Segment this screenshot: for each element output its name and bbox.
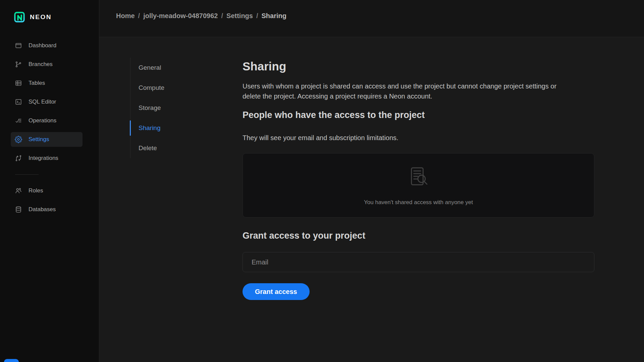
sidebar-item-label: Tables — [29, 80, 45, 86]
branches-icon — [15, 61, 22, 68]
sidebar-nav: Dashboard Branches Table — [0, 38, 99, 217]
breadcrumb-project[interactable]: jolly-meadow-04870962 — [143, 12, 218, 20]
settings-tab-delete[interactable]: Delete — [130, 138, 231, 158]
neon-console: NEON Dashboard Branches — [0, 0, 644, 362]
sidebar-item-tables[interactable]: Tables — [11, 76, 83, 90]
settings-nav: General Compute Storage Sharing Delete — [130, 58, 231, 158]
gear-icon — [15, 136, 22, 143]
integrations-icon — [15, 155, 22, 162]
page-title: Sharing — [243, 60, 286, 73]
breadcrumb-separator: / — [221, 12, 223, 20]
settings-tab-compute[interactable]: Compute — [130, 78, 231, 98]
sidebar-item-operations[interactable]: Operations — [11, 113, 83, 128]
email-input[interactable] — [243, 252, 594, 272]
sidebar-item-branches[interactable]: Branches — [11, 57, 83, 72]
dashboard-icon — [15, 42, 22, 49]
sidebar-item-dashboard[interactable]: Dashboard — [11, 38, 83, 53]
sidebar-divider — [15, 174, 39, 175]
sidebar-item-label: Databases — [29, 206, 56, 213]
breadcrumb-separator: / — [138, 12, 140, 20]
people-access-subtext: They will see your email and subscriptio… — [243, 134, 398, 142]
neon-logo[interactable]: NEON — [13, 11, 52, 23]
sql-editor-icon — [15, 98, 22, 106]
settings-tab-storage[interactable]: Storage — [130, 98, 231, 118]
grant-access-heading: Grant access to your project — [243, 231, 365, 241]
sidebar-item-label: Integrations — [29, 155, 58, 162]
topbar: Home / jolly-meadow-04870962 / Settings … — [99, 0, 644, 37]
sidebar-item-label: Settings — [29, 136, 49, 143]
shared-users-empty-state: You haven't shared access with anyone ye… — [243, 153, 594, 218]
neon-wordmark: NEON — [30, 13, 52, 21]
breadcrumb-home[interactable]: Home — [116, 12, 135, 20]
sidebar-item-roles[interactable]: Roles — [11, 183, 83, 198]
document-search-icon — [408, 166, 429, 187]
sidebar-item-databases[interactable]: Databases — [11, 202, 83, 217]
sidebar-item-sql-editor[interactable]: SQL Editor — [11, 95, 83, 109]
sidebar-item-settings[interactable]: Settings — [11, 132, 83, 147]
users-icon — [15, 187, 22, 194]
neon-logo-icon — [13, 11, 25, 23]
empty-state-message: You haven't shared access with anyone ye… — [243, 199, 594, 206]
operations-icon — [15, 117, 22, 124]
breadcrumb: Home / jolly-meadow-04870962 / Settings … — [116, 12, 286, 20]
sidebar-item-label: Dashboard — [29, 42, 56, 49]
sidebar-item-label: Operations — [29, 117, 56, 124]
sidebar-item-label: SQL Editor — [29, 99, 56, 105]
people-access-heading: People who have the access to the projec… — [243, 110, 425, 120]
sidebar-item-label: Roles — [29, 187, 43, 194]
database-icon — [15, 206, 22, 213]
grant-access-button[interactable]: Grant access — [243, 283, 310, 300]
sidebar: NEON Dashboard Branches — [0, 0, 99, 362]
sidebar-item-label: Branches — [29, 61, 53, 68]
settings-tab-general[interactable]: General — [130, 58, 231, 78]
help-widget-button[interactable] — [4, 359, 19, 362]
tables-icon — [15, 79, 22, 87]
page-description: Users with whom a project is shared can … — [243, 81, 570, 101]
breadcrumb-settings[interactable]: Settings — [226, 12, 253, 20]
sidebar-item-integrations[interactable]: Integrations — [11, 151, 83, 166]
settings-tab-sharing[interactable]: Sharing — [130, 118, 231, 138]
content: General Compute Storage Sharing Delete S… — [99, 38, 644, 362]
breadcrumb-separator: / — [256, 12, 258, 20]
breadcrumb-current: Sharing — [262, 12, 286, 20]
